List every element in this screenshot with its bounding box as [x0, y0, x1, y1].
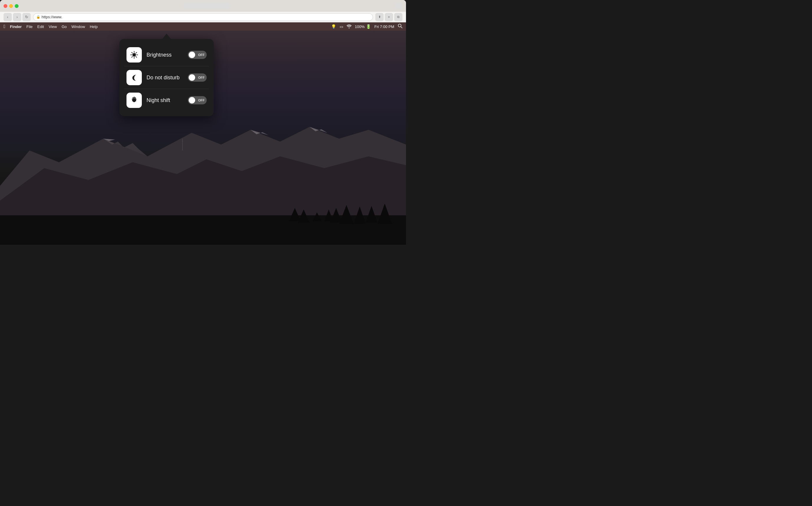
do-not-disturb-icon-box — [126, 70, 142, 85]
clock[interactable]: Fri 7:00 PM — [374, 24, 394, 29]
battery-area[interactable]: 100% 🔋 — [355, 24, 371, 29]
do-not-disturb-row: Do not disturb OFF — [124, 66, 209, 89]
popup-panel: Brightness OFF Do not disturb OFF — [119, 39, 214, 116]
night-shift-icon — [129, 95, 139, 105]
bookmark-button[interactable]: + — [385, 13, 393, 21]
battery-icon: 🔋 — [366, 24, 371, 29]
traffic-lights — [4, 4, 19, 8]
forward-button[interactable]: › — [13, 13, 21, 21]
brightness-toggle-label: OFF — [198, 53, 205, 57]
brightness-row: Brightness OFF — [124, 44, 209, 66]
do-not-disturb-label: Do not disturb — [147, 75, 183, 81]
menubar-right: 💡 ▭ 100% 🔋 Fri 7:00 PM — [331, 23, 402, 29]
mountain-background — [0, 95, 406, 245]
apple-logo[interactable]:  — [4, 24, 5, 29]
macos-desktop: Brightness OFF Do not disturb OFF — [0, 31, 406, 245]
minimize-button[interactable] — [9, 4, 13, 8]
night-shift-row: Night shift OFF — [124, 89, 209, 111]
brightness-toggle-knob — [189, 52, 195, 58]
browser-tab[interactable] — [183, 3, 231, 9]
menu-edit[interactable]: Edit — [37, 24, 44, 29]
wifi-icon[interactable] — [347, 24, 351, 29]
brightness-toggle[interactable]: OFF — [188, 51, 207, 59]
extensions-button[interactable]: ⧉ — [394, 13, 402, 21]
refresh-button[interactable]: ↻ — [22, 13, 31, 21]
night-shift-toggle[interactable]: OFF — [188, 96, 207, 104]
svg-line-26 — [136, 57, 137, 58]
spotlight-search-icon[interactable] — [398, 23, 402, 29]
macos-menubar:  Finder File Edit View Go Window Help 💡… — [0, 22, 406, 31]
browser-titlebar — [0, 0, 406, 12]
browser-chrome: ‹ › ↻ 🔒 https://www. ⬆ + ⧉ — [0, 0, 406, 22]
menu-view[interactable]: View — [49, 24, 57, 29]
back-button[interactable]: ‹ — [4, 13, 12, 21]
night-shift-toggle-label: OFF — [198, 98, 205, 102]
svg-line-25 — [132, 53, 133, 53]
svg-line-27 — [136, 53, 137, 53]
share-button[interactable]: ⬆ — [375, 13, 384, 21]
notification-icon[interactable]: 💡 — [331, 24, 336, 29]
toolbar-right: ⬆ + ⧉ — [375, 13, 402, 21]
brightness-label: Brightness — [147, 52, 183, 58]
menubar-left:  Finder File Edit View Go Window Help — [4, 24, 98, 29]
menu-finder[interactable]: Finder — [10, 24, 22, 29]
menu-window[interactable]: Window — [71, 24, 85, 29]
airplay-icon[interactable]: ▭ — [340, 24, 343, 29]
night-shift-toggle-knob — [189, 97, 195, 103]
menu-file[interactable]: File — [26, 24, 33, 29]
night-shift-icon-box — [126, 93, 142, 108]
svg-point-20 — [132, 53, 136, 57]
lock-icon: 🔒 — [36, 15, 40, 19]
menu-help[interactable]: Help — [90, 24, 98, 29]
do-not-disturb-toggle-label: OFF — [198, 76, 205, 79]
popup-arrow — [162, 33, 171, 39]
do-not-disturb-toggle-knob — [189, 74, 195, 81]
close-button[interactable] — [4, 4, 7, 8]
battery-percent: 100% — [355, 24, 365, 29]
brightness-icon-box — [126, 47, 142, 63]
night-shift-label: Night shift — [147, 97, 183, 103]
nav-buttons: ‹ › ↻ — [4, 13, 31, 21]
address-text: https://www. — [41, 15, 62, 19]
address-bar-container[interactable]: 🔒 https://www. — [33, 13, 373, 21]
browser-address-bar: ‹ › ↻ 🔒 https://www. ⬆ + ⧉ — [0, 12, 406, 22]
menu-go[interactable]: Go — [62, 24, 67, 29]
new-tab-button[interactable] — [395, 3, 402, 9]
brightness-icon — [129, 50, 139, 60]
do-not-disturb-toggle[interactable]: OFF — [188, 73, 207, 82]
do-not-disturb-icon — [129, 73, 139, 82]
svg-line-28 — [132, 57, 133, 58]
maximize-button[interactable] — [15, 4, 19, 8]
svg-line-1 — [401, 27, 402, 28]
